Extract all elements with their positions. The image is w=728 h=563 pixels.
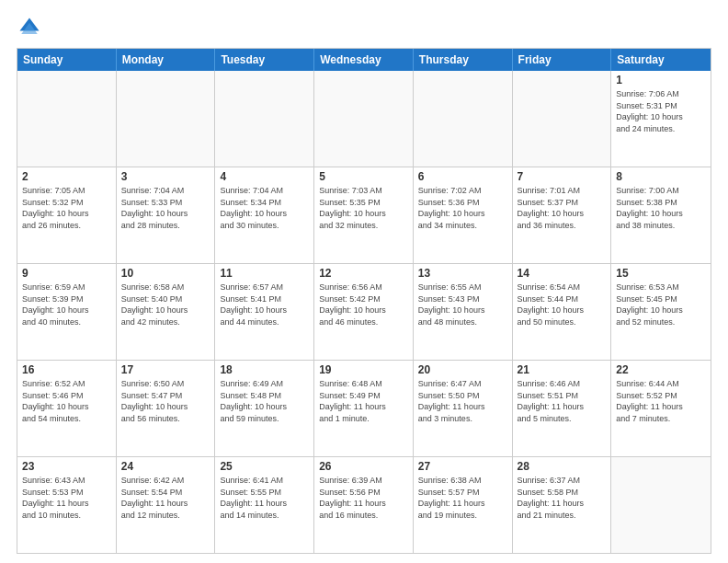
day-number: 16	[22, 363, 111, 376]
day-cell-23: 23Sunrise: 6:43 AM Sunset: 5:53 PM Dayli…	[17, 457, 117, 553]
day-number: 28	[518, 460, 607, 473]
day-number: 11	[220, 267, 309, 280]
day-number: 5	[319, 170, 408, 183]
logo-icon	[17, 15, 42, 40]
day-cell-5: 5Sunrise: 7:03 AM Sunset: 5:35 PM Daylig…	[314, 167, 414, 263]
day-number: 1	[616, 74, 706, 86]
day-info: Sunrise: 7:05 AM Sunset: 5:32 PM Dayligh…	[22, 185, 111, 231]
day-info: Sunrise: 6:44 AM Sunset: 5:52 PM Dayligh…	[616, 378, 706, 424]
day-info: Sunrise: 6:47 AM Sunset: 5:50 PM Dayligh…	[418, 378, 507, 424]
day-cell-10: 10Sunrise: 6:58 AM Sunset: 5:40 PM Dayli…	[117, 264, 216, 360]
day-cell-20: 20Sunrise: 6:47 AM Sunset: 5:50 PM Dayli…	[414, 361, 513, 456]
day-cell-25: 25Sunrise: 6:41 AM Sunset: 5:55 PM Dayli…	[215, 457, 314, 553]
day-info: Sunrise: 6:53 AM Sunset: 5:45 PM Dayligh…	[616, 282, 706, 327]
day-info: Sunrise: 6:46 AM Sunset: 5:51 PM Dayligh…	[518, 378, 607, 424]
day-number: 13	[418, 267, 507, 280]
day-info: Sunrise: 7:02 AM Sunset: 5:36 PM Dayligh…	[418, 185, 507, 231]
header-day-sunday: Sunday	[17, 49, 117, 71]
header-day-wednesday: Wednesday	[314, 49, 414, 71]
day-info: Sunrise: 6:39 AM Sunset: 5:56 PM Dayligh…	[319, 475, 408, 521]
day-info: Sunrise: 6:42 AM Sunset: 5:54 PM Dayligh…	[121, 475, 210, 521]
day-number: 14	[518, 267, 607, 280]
day-number: 22	[616, 363, 706, 376]
calendar-row-4: 23Sunrise: 6:43 AM Sunset: 5:53 PM Dayli…	[17, 456, 711, 553]
day-number: 17	[121, 363, 210, 376]
day-cell-2: 2Sunrise: 7:05 AM Sunset: 5:32 PM Daylig…	[17, 167, 117, 263]
day-cell-16: 16Sunrise: 6:52 AM Sunset: 5:46 PM Dayli…	[17, 361, 117, 456]
day-cell-24: 24Sunrise: 6:42 AM Sunset: 5:54 PM Dayli…	[117, 457, 216, 553]
day-number: 25	[220, 460, 309, 473]
empty-cell-0-3	[314, 71, 414, 167]
day-info: Sunrise: 6:58 AM Sunset: 5:40 PM Dayligh…	[121, 282, 210, 327]
day-number: 20	[418, 363, 507, 376]
day-info: Sunrise: 7:04 AM Sunset: 5:34 PM Dayligh…	[220, 185, 309, 231]
empty-cell-0-4	[414, 71, 513, 167]
header-day-thursday: Thursday	[414, 49, 513, 71]
day-info: Sunrise: 7:03 AM Sunset: 5:35 PM Dayligh…	[319, 185, 408, 231]
day-number: 7	[518, 170, 607, 183]
day-number: 9	[22, 267, 111, 280]
logo	[17, 15, 46, 40]
day-info: Sunrise: 6:50 AM Sunset: 5:47 PM Dayligh…	[121, 378, 210, 424]
day-info: Sunrise: 6:38 AM Sunset: 5:57 PM Dayligh…	[418, 475, 507, 521]
day-info: Sunrise: 6:43 AM Sunset: 5:53 PM Dayligh…	[22, 475, 111, 521]
day-number: 24	[121, 460, 210, 473]
day-info: Sunrise: 6:56 AM Sunset: 5:42 PM Dayligh…	[319, 282, 408, 327]
day-number: 18	[220, 363, 309, 376]
day-info: Sunrise: 7:01 AM Sunset: 5:37 PM Dayligh…	[518, 185, 607, 231]
day-number: 15	[616, 267, 706, 280]
empty-cell-0-1	[117, 71, 216, 167]
calendar-body: 1Sunrise: 7:06 AM Sunset: 5:31 PM Daylig…	[17, 71, 711, 553]
day-info: Sunrise: 6:37 AM Sunset: 5:58 PM Dayligh…	[518, 475, 607, 521]
day-number: 2	[22, 170, 111, 183]
day-cell-6: 6Sunrise: 7:02 AM Sunset: 5:36 PM Daylig…	[414, 167, 513, 263]
day-cell-14: 14Sunrise: 6:54 AM Sunset: 5:44 PM Dayli…	[513, 264, 612, 360]
day-cell-1: 1Sunrise: 7:06 AM Sunset: 5:31 PM Daylig…	[611, 71, 711, 167]
day-info: Sunrise: 6:48 AM Sunset: 5:49 PM Dayligh…	[319, 378, 408, 424]
day-info: Sunrise: 6:57 AM Sunset: 5:41 PM Dayligh…	[220, 282, 309, 327]
empty-cell-4-6	[611, 457, 711, 553]
day-number: 3	[121, 170, 210, 183]
day-number: 12	[319, 267, 408, 280]
day-number: 10	[121, 267, 210, 280]
calendar-row-1: 2Sunrise: 7:05 AM Sunset: 5:32 PM Daylig…	[17, 167, 711, 263]
day-info: Sunrise: 6:59 AM Sunset: 5:39 PM Dayligh…	[22, 282, 111, 327]
calendar-row-2: 9Sunrise: 6:59 AM Sunset: 5:39 PM Daylig…	[17, 263, 711, 360]
day-cell-19: 19Sunrise: 6:48 AM Sunset: 5:49 PM Dayli…	[314, 361, 414, 456]
day-cell-4: 4Sunrise: 7:04 AM Sunset: 5:34 PM Daylig…	[215, 167, 314, 263]
calendar-header-row: SundayMondayTuesdayWednesdayThursdayFrid…	[17, 49, 711, 71]
day-cell-12: 12Sunrise: 6:56 AM Sunset: 5:42 PM Dayli…	[314, 264, 414, 360]
calendar: SundayMondayTuesdayWednesdayThursdayFrid…	[17, 48, 711, 554]
day-cell-3: 3Sunrise: 7:04 AM Sunset: 5:33 PM Daylig…	[117, 167, 216, 263]
day-number: 6	[418, 170, 507, 183]
day-cell-28: 28Sunrise: 6:37 AM Sunset: 5:58 PM Dayli…	[513, 457, 612, 553]
day-number: 19	[319, 363, 408, 376]
day-number: 8	[616, 170, 706, 183]
day-cell-13: 13Sunrise: 6:55 AM Sunset: 5:43 PM Dayli…	[414, 264, 513, 360]
empty-cell-0-5	[513, 71, 612, 167]
day-cell-18: 18Sunrise: 6:49 AM Sunset: 5:48 PM Dayli…	[215, 361, 314, 456]
header-day-friday: Friday	[513, 49, 612, 71]
day-info: Sunrise: 6:55 AM Sunset: 5:43 PM Dayligh…	[418, 282, 507, 327]
header-day-tuesday: Tuesday	[215, 49, 314, 71]
day-number: 4	[220, 170, 309, 183]
day-info: Sunrise: 7:06 AM Sunset: 5:31 PM Dayligh…	[616, 88, 706, 134]
header-day-saturday: Saturday	[611, 49, 711, 71]
empty-cell-0-0	[17, 71, 117, 167]
day-cell-15: 15Sunrise: 6:53 AM Sunset: 5:45 PM Dayli…	[611, 264, 711, 360]
header	[17, 15, 711, 40]
day-info: Sunrise: 6:41 AM Sunset: 5:55 PM Dayligh…	[220, 475, 309, 521]
day-cell-7: 7Sunrise: 7:01 AM Sunset: 5:37 PM Daylig…	[513, 167, 612, 263]
day-cell-8: 8Sunrise: 7:00 AM Sunset: 5:38 PM Daylig…	[611, 167, 711, 263]
day-info: Sunrise: 6:52 AM Sunset: 5:46 PM Dayligh…	[22, 378, 111, 424]
day-cell-17: 17Sunrise: 6:50 AM Sunset: 5:47 PM Dayli…	[117, 361, 216, 456]
page: SundayMondayTuesdayWednesdayThursdayFrid…	[0, 0, 728, 563]
calendar-row-0: 1Sunrise: 7:06 AM Sunset: 5:31 PM Daylig…	[17, 71, 711, 167]
day-number: 27	[418, 460, 507, 473]
day-cell-27: 27Sunrise: 6:38 AM Sunset: 5:57 PM Dayli…	[414, 457, 513, 553]
day-number: 21	[518, 363, 607, 376]
day-cell-21: 21Sunrise: 6:46 AM Sunset: 5:51 PM Dayli…	[513, 361, 612, 456]
day-info: Sunrise: 6:49 AM Sunset: 5:48 PM Dayligh…	[220, 378, 309, 424]
day-cell-11: 11Sunrise: 6:57 AM Sunset: 5:41 PM Dayli…	[215, 264, 314, 360]
day-cell-26: 26Sunrise: 6:39 AM Sunset: 5:56 PM Dayli…	[314, 457, 414, 553]
